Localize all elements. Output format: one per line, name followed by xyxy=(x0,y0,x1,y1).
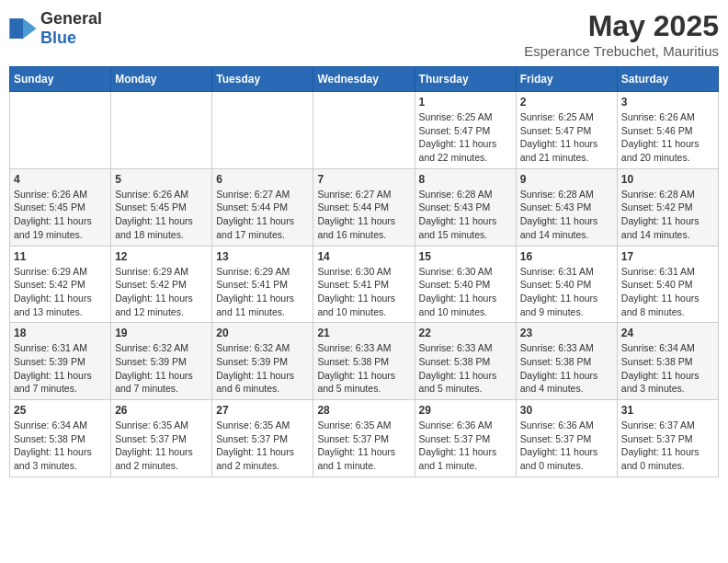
calendar-week-row: 18Sunrise: 6:31 AMSunset: 5:39 PMDayligh… xyxy=(10,323,719,400)
day-info: Sunrise: 6:34 AMSunset: 5:38 PMDaylight:… xyxy=(621,341,714,396)
calendar-day-cell: 5Sunrise: 6:26 AMSunset: 5:45 PMDaylight… xyxy=(111,168,212,246)
day-info: Sunrise: 6:26 AMSunset: 5:45 PMDaylight:… xyxy=(14,188,107,242)
day-number: 2 xyxy=(520,96,613,109)
day-info: Sunrise: 6:31 AMSunset: 5:39 PMDaylight:… xyxy=(14,341,107,396)
calendar-day-cell: 8Sunrise: 6:28 AMSunset: 5:43 PMDaylight… xyxy=(415,168,516,246)
day-number: 29 xyxy=(419,404,512,417)
day-number: 28 xyxy=(317,404,410,417)
day-number: 27 xyxy=(216,404,309,417)
calendar-day-cell: 18Sunrise: 6:31 AMSunset: 5:39 PMDayligh… xyxy=(10,323,111,400)
day-info: Sunrise: 6:28 AMSunset: 5:42 PMDaylight:… xyxy=(621,188,714,242)
day-number: 16 xyxy=(520,250,613,263)
day-of-week-header: Sunday xyxy=(10,67,111,92)
day-number: 21 xyxy=(317,327,410,339)
day-info: Sunrise: 6:29 AMSunset: 5:42 PMDaylight:… xyxy=(115,265,208,319)
day-number: 26 xyxy=(115,404,208,417)
day-number: 8 xyxy=(419,173,512,186)
calendar-day-cell: 30Sunrise: 6:36 AMSunset: 5:37 PMDayligh… xyxy=(516,400,617,477)
day-number: 22 xyxy=(419,327,512,339)
day-number: 12 xyxy=(115,250,208,263)
calendar-day-cell: 24Sunrise: 6:34 AMSunset: 5:38 PMDayligh… xyxy=(617,323,718,400)
day-number: 25 xyxy=(14,404,107,417)
day-info: Sunrise: 6:34 AMSunset: 5:38 PMDaylight:… xyxy=(14,419,107,473)
day-info: Sunrise: 6:32 AMSunset: 5:39 PMDaylight:… xyxy=(216,341,309,396)
calendar-day-cell: 12Sunrise: 6:29 AMSunset: 5:42 PMDayligh… xyxy=(111,246,212,323)
calendar-day-cell: 3Sunrise: 6:26 AMSunset: 5:46 PMDaylight… xyxy=(617,92,718,169)
day-number: 23 xyxy=(520,327,613,339)
day-number: 11 xyxy=(14,250,107,263)
calendar-week-row: 25Sunrise: 6:34 AMSunset: 5:38 PMDayligh… xyxy=(10,400,719,477)
logo-icon xyxy=(9,18,37,39)
day-info: Sunrise: 6:31 AMSunset: 5:40 PMDaylight:… xyxy=(621,265,714,319)
day-number: 10 xyxy=(621,173,714,186)
day-of-week-header: Saturday xyxy=(617,67,718,92)
day-number: 30 xyxy=(520,404,613,417)
day-of-week-header: Tuesday xyxy=(212,67,313,92)
calendar-day-cell xyxy=(212,92,313,169)
calendar-day-cell: 9Sunrise: 6:28 AMSunset: 5:43 PMDaylight… xyxy=(516,168,617,246)
day-number: 18 xyxy=(14,327,107,339)
calendar-day-cell: 26Sunrise: 6:35 AMSunset: 5:37 PMDayligh… xyxy=(111,400,212,477)
day-info: Sunrise: 6:28 AMSunset: 5:43 PMDaylight:… xyxy=(520,188,613,242)
day-number: 20 xyxy=(216,327,309,339)
day-info: Sunrise: 6:33 AMSunset: 5:38 PMDaylight:… xyxy=(520,341,613,396)
day-info: Sunrise: 6:32 AMSunset: 5:39 PMDaylight:… xyxy=(115,341,208,396)
day-info: Sunrise: 6:35 AMSunset: 5:37 PMDaylight:… xyxy=(115,419,208,473)
day-info: Sunrise: 6:36 AMSunset: 5:37 PMDaylight:… xyxy=(520,419,613,473)
calendar-day-cell: 29Sunrise: 6:36 AMSunset: 5:37 PMDayligh… xyxy=(415,400,516,477)
day-info: Sunrise: 6:28 AMSunset: 5:43 PMDaylight:… xyxy=(419,188,512,242)
day-number: 1 xyxy=(419,96,512,109)
calendar-week-row: 11Sunrise: 6:29 AMSunset: 5:42 PMDayligh… xyxy=(10,246,719,323)
calendar-day-cell: 25Sunrise: 6:34 AMSunset: 5:38 PMDayligh… xyxy=(10,400,111,477)
calendar-day-cell: 1Sunrise: 6:25 AMSunset: 5:47 PMDaylight… xyxy=(415,92,516,169)
calendar-day-cell: 7Sunrise: 6:27 AMSunset: 5:44 PMDaylight… xyxy=(313,168,415,246)
day-info: Sunrise: 6:29 AMSunset: 5:41 PMDaylight:… xyxy=(216,265,309,319)
calendar-day-cell: 28Sunrise: 6:35 AMSunset: 5:37 PMDayligh… xyxy=(313,400,415,477)
day-info: Sunrise: 6:26 AMSunset: 5:45 PMDaylight:… xyxy=(115,188,208,242)
day-number: 5 xyxy=(115,173,208,186)
day-info: Sunrise: 6:35 AMSunset: 5:37 PMDaylight:… xyxy=(317,419,410,473)
page-title: May 2025 xyxy=(524,9,719,43)
day-number: 19 xyxy=(115,327,208,339)
logo-blue: Blue xyxy=(40,29,76,47)
day-number: 15 xyxy=(419,250,512,263)
day-info: Sunrise: 6:27 AMSunset: 5:44 PMDaylight:… xyxy=(317,188,410,242)
day-number: 31 xyxy=(621,404,714,417)
day-number: 4 xyxy=(14,173,107,186)
calendar-day-cell: 13Sunrise: 6:29 AMSunset: 5:41 PMDayligh… xyxy=(212,246,313,323)
day-info: Sunrise: 6:25 AMSunset: 5:47 PMDaylight:… xyxy=(520,110,613,165)
svg-rect-0 xyxy=(9,18,23,39)
calendar-day-cell: 19Sunrise: 6:32 AMSunset: 5:39 PMDayligh… xyxy=(111,323,212,400)
day-of-week-header: Wednesday xyxy=(313,67,415,92)
calendar-header-row: SundayMondayTuesdayWednesdayThursdayFrid… xyxy=(10,67,719,92)
calendar-day-cell: 23Sunrise: 6:33 AMSunset: 5:38 PMDayligh… xyxy=(516,323,617,400)
day-number: 14 xyxy=(317,250,410,263)
calendar-table: SundayMondayTuesdayWednesdayThursdayFrid… xyxy=(9,66,719,477)
day-info: Sunrise: 6:37 AMSunset: 5:37 PMDaylight:… xyxy=(621,419,714,473)
calendar-day-cell xyxy=(10,92,111,169)
calendar-day-cell: 11Sunrise: 6:29 AMSunset: 5:42 PMDayligh… xyxy=(10,246,111,323)
day-info: Sunrise: 6:29 AMSunset: 5:42 PMDaylight:… xyxy=(14,265,107,319)
calendar-day-cell: 20Sunrise: 6:32 AMSunset: 5:39 PMDayligh… xyxy=(212,323,313,400)
day-info: Sunrise: 6:27 AMSunset: 5:44 PMDaylight:… xyxy=(216,188,309,242)
calendar-day-cell xyxy=(313,92,415,169)
day-info: Sunrise: 6:30 AMSunset: 5:40 PMDaylight:… xyxy=(419,265,512,319)
day-number: 6 xyxy=(216,173,309,186)
day-info: Sunrise: 6:33 AMSunset: 5:38 PMDaylight:… xyxy=(419,341,512,396)
day-number: 9 xyxy=(520,173,613,186)
calendar-day-cell: 10Sunrise: 6:28 AMSunset: 5:42 PMDayligh… xyxy=(617,168,718,246)
calendar-day-cell: 27Sunrise: 6:35 AMSunset: 5:37 PMDayligh… xyxy=(212,400,313,477)
calendar-day-cell: 14Sunrise: 6:30 AMSunset: 5:41 PMDayligh… xyxy=(313,246,415,323)
day-number: 17 xyxy=(621,250,714,263)
page-subtitle: Esperance Trebuchet, Mauritius xyxy=(524,43,719,59)
calendar-day-cell: 2Sunrise: 6:25 AMSunset: 5:47 PMDaylight… xyxy=(516,92,617,169)
day-info: Sunrise: 6:33 AMSunset: 5:38 PMDaylight:… xyxy=(317,341,410,396)
header: General Blue May 2025 Esperance Trebuche… xyxy=(9,9,719,59)
svg-marker-1 xyxy=(23,18,37,39)
day-info: Sunrise: 6:31 AMSunset: 5:40 PMDaylight:… xyxy=(520,265,613,319)
calendar-day-cell: 31Sunrise: 6:37 AMSunset: 5:37 PMDayligh… xyxy=(617,400,718,477)
logo: General Blue xyxy=(9,9,102,48)
title-area: May 2025 Esperance Trebuchet, Mauritius xyxy=(524,9,719,59)
day-number: 3 xyxy=(621,96,714,109)
day-number: 7 xyxy=(317,173,410,186)
